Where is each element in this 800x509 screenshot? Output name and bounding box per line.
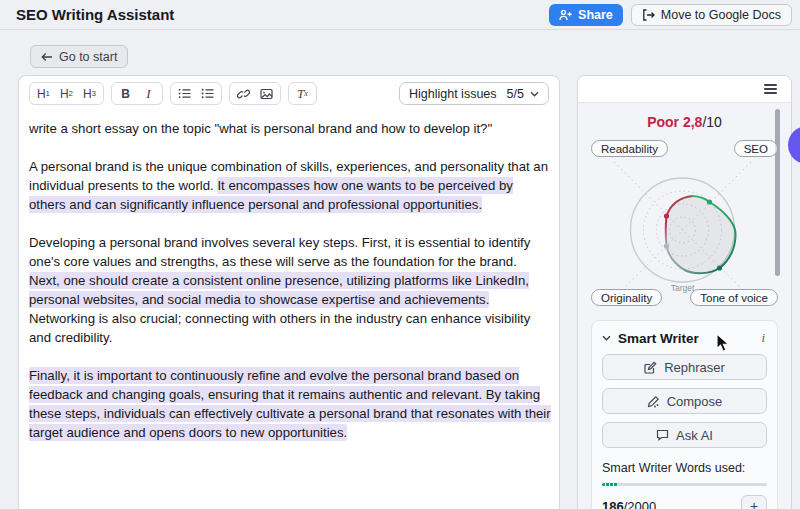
chevron-down-icon [530,91,539,97]
top-bar: SEO Writing Assistant Share Move to Goog… [0,0,800,30]
italic-button[interactable]: I [137,84,160,103]
move-label: Move to Google Docs [661,8,781,22]
sidebar-body: Poor 2,8/10 Readability SEO [578,103,791,509]
highlighted-text: Next, one should create a consistent onl… [29,272,529,308]
share-button[interactable]: Share [549,4,623,26]
text-segment: Developing a personal brand involves sev… [29,235,530,269]
ask-ai-label: Ask AI [676,428,713,443]
sidebar-header [578,76,791,103]
smart-writer-title: Smart Writer [618,331,699,346]
heading2-button[interactable]: H2 [55,84,78,103]
readability-pill[interactable]: Readability [591,140,668,157]
list-group [170,82,222,105]
editor-paragraph[interactable]: Developing a personal brand involves sev… [29,233,551,347]
ask-ai-button[interactable]: Ask AI [602,422,767,448]
words-count-row: 186/2000 + [602,495,767,509]
insert-group [229,82,281,105]
seo-point [707,199,712,204]
editor-paragraph[interactable]: A personal brand is the unique combinati… [29,157,551,214]
go-to-start-label: Go to start [59,50,117,64]
format-group: B I [111,82,163,105]
overall-score: Poor 2,8/10 [591,114,778,130]
score-value: 2,8 [683,114,702,130]
page-title: SEO Writing Assistant [16,6,549,23]
menu-icon[interactable] [764,84,777,94]
tone-point [717,265,722,270]
highlight-issues-label: Highlight issues [409,87,501,101]
compose-label: Compose [667,394,723,409]
arrow-left-icon [41,52,53,62]
words-used-label: Smart Writer Words used: [602,461,767,475]
radar-labels-top: Readability SEO [591,140,778,157]
originality-pill[interactable]: Originality [591,289,662,306]
highlight-issues-dropdown[interactable]: Highlight issues 5/5 [399,82,549,105]
heading3-button[interactable]: H3 [78,84,101,103]
sidebar-scrollbar[interactable] [775,109,780,276]
score-rating: Poor [647,114,679,130]
score-max: /10 [702,114,721,130]
go-to-start-button[interactable]: Go to start [30,45,128,68]
tone-of-voice-pill[interactable]: Tone of voice [690,289,778,306]
share-label: Share [578,8,613,22]
readability-point [664,213,669,218]
highlight-issues-count: 5/5 [507,87,524,101]
editor-toolbar: H1 H2 H3 B I [19,76,559,110]
words-total-value: /2000 [624,499,657,509]
score-sidebar: Poor 2,8/10 Readability SEO [577,75,792,509]
text-segment: Networking is also crucial; connecting w… [29,311,530,345]
edit-icon [644,361,657,374]
heading1-button[interactable]: H1 [32,84,55,103]
rephraser-label: Rephraser [664,360,725,375]
export-icon [642,9,655,21]
radar-labels-bottom: Originality Tone of voice [591,289,778,306]
heading-group: H1 H2 H3 [29,82,104,105]
info-icon[interactable]: i [761,330,767,346]
user-plus-icon [559,9,572,21]
highlighted-text: Finally, it is important to continuously… [29,367,551,441]
seo-writing-assistant-app: SEO Writing Assistant Share Move to Goog… [0,0,800,509]
words-progress-fill [602,483,617,486]
words-progress-bar [602,483,767,486]
add-words-button[interactable]: + [741,495,767,509]
editor-content[interactable]: write a short essay on the topic "what i… [19,110,559,442]
editor-paragraph[interactable]: Finally, it is important to continuously… [29,366,551,442]
seo-pill[interactable]: SEO [734,140,778,157]
chat-bubble-icon [656,429,669,441]
image-icon-button[interactable] [255,84,278,103]
pencil-sparkle-icon [647,395,660,408]
clear-group: Tx [288,82,317,105]
link-icon-button[interactable] [232,84,255,103]
words-used-value: 186 [602,499,624,509]
compose-button[interactable]: Compose [602,388,767,414]
rephraser-button[interactable]: Rephraser [602,354,767,380]
editor-card: H1 H2 H3 B I [18,75,560,509]
editor-paragraph[interactable]: write a short essay on the topic "what i… [29,119,551,138]
originality-point [664,243,669,248]
ordered-list-button[interactable] [173,84,196,103]
mouse-cursor [716,333,730,357]
smart-writer-header[interactable]: Smart Writer i [602,330,767,346]
smart-writer-card: Smart Writer i Rephraser [591,320,778,509]
bold-button[interactable]: B [114,84,137,103]
clear-formatting-button[interactable]: Tx [291,84,314,103]
text-segment: write a short essay on the topic "what i… [29,121,492,136]
score-radar-chart: Target [588,157,781,307]
chevron-down-icon [602,335,611,341]
move-to-google-docs-button[interactable]: Move to Google Docs [631,4,792,26]
bullet-list-button[interactable] [196,84,219,103]
